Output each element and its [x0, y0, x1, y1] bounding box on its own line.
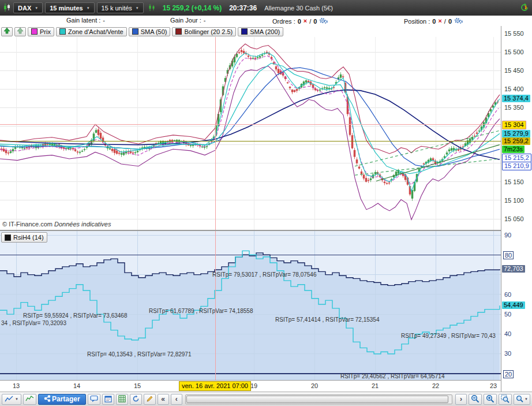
zoom-in-button[interactable]	[484, 394, 497, 405]
rsi-annotation: 34 , RSITpVar= 70,32093	[1, 320, 66, 326]
chevron-down-icon: ▼	[87, 6, 90, 10]
axis-tick: 50	[504, 311, 511, 318]
axis-tick: 15 050	[504, 215, 524, 222]
legend-item-0[interactable]: Prix	[28, 27, 54, 36]
horizontal-scrollbar[interactable]	[185, 394, 452, 404]
chat-icon	[90, 395, 98, 404]
zoom-out-button[interactable]	[469, 394, 482, 405]
time-tick: 20	[311, 382, 318, 389]
gain-jour: Gain Jour : -	[170, 17, 205, 24]
legend-item-label: Zone d'Achat/Vente	[68, 28, 123, 35]
chat-button[interactable]	[88, 394, 100, 405]
arrow-up-button-2[interactable]	[14, 27, 26, 36]
watermark-note: Données indicatives	[54, 221, 111, 228]
timeframe-select[interactable]: 15 minutes ▼	[45, 2, 94, 13]
axis-tick: 20	[503, 370, 514, 378]
rsi-legend-chip[interactable]: RsiH4 (14)	[1, 232, 47, 243]
left-arrow-icon: ‹	[175, 396, 178, 403]
orders-settings-icon[interactable]	[319, 17, 328, 25]
time-axis[interactable]: 1314151920212223 ven. 16 avr. 2021 07:00	[0, 380, 501, 392]
mini-chart-icon	[148, 3, 155, 13]
rsi-indicator-panel: RsiH4 (14) RSITp= 79,53017 , RSITpVar= 7…	[0, 231, 501, 380]
scroll-start-button[interactable]: «	[158, 394, 169, 405]
legend-item-label: SMA (50)	[141, 28, 167, 35]
legend-item-4[interactable]: SMA (200)	[238, 27, 283, 36]
refresh-icon	[132, 395, 140, 404]
price-axis[interactable]: 15 55015 50015 45015 40015 35015 15015 1…	[501, 26, 532, 392]
sync-status-icon[interactable]	[520, 3, 529, 13]
rsi-annotation: RSITp= 49,27349 , RSITpVar= 70,43	[401, 333, 496, 339]
series-zone_slow	[0, 63, 500, 173]
scrollbar-thumb[interactable]	[186, 396, 448, 403]
axis-tick: 40	[504, 330, 511, 337]
draw-button[interactable]	[144, 394, 156, 405]
rsi-annotation: RSITp= 57,41414 , RSITpVar= 72,15354	[275, 316, 380, 323]
time-tick: 13	[13, 382, 20, 389]
cancel-orders-icon[interactable]: ×	[304, 18, 307, 24]
legend-item-3[interactable]: Bollinger (20 2.5)	[172, 27, 236, 36]
zoom-out-icon	[471, 394, 479, 404]
axis-tick: 15 350	[504, 104, 524, 111]
close-position-icon[interactable]: ×	[438, 18, 441, 24]
right-arrow-icon: ›	[460, 396, 462, 403]
arrow-up-button-1[interactable]	[1, 27, 13, 36]
axis-tick: 15 550	[504, 30, 524, 37]
axis-tick: 15 450	[504, 67, 524, 74]
units-select[interactable]: 15 k unités ▼	[97, 2, 144, 13]
time-tick: 15	[134, 382, 141, 389]
candlestick-chart-icon	[3, 3, 11, 13]
clock: 20:37:36	[229, 4, 257, 12]
legend-item-1[interactable]: Zone d'Achat/Vente	[56, 27, 127, 36]
scroll-right-button[interactable]: ›	[455, 394, 467, 405]
price-badge: 15 279,9	[502, 130, 530, 137]
share-button[interactable]: Partager	[38, 394, 86, 405]
symbol-select[interactable]: DAX ▼	[13, 2, 43, 13]
price-badge: 15 374,4	[502, 95, 530, 102]
orders-label: Ordres :	[272, 18, 295, 25]
instrument-name: Allemagne 30 Cash (5€)	[264, 5, 333, 12]
main-chart-svg[interactable]	[0, 37, 501, 230]
share-icon	[44, 395, 51, 404]
zoom-in-icon	[486, 394, 494, 404]
position-count-2: 0	[448, 18, 452, 25]
legend-swatch	[31, 28, 38, 35]
time-tick: 19	[250, 382, 257, 389]
legend-item-2[interactable]: SMA (50)	[129, 27, 171, 36]
axis-tick: 30	[504, 350, 511, 357]
rsi-chart-svg[interactable]	[0, 231, 501, 380]
axis-tick: 15 100	[504, 197, 524, 204]
scroll-left-button[interactable]: ‹	[171, 394, 182, 405]
magnifier-icon	[516, 395, 523, 404]
legend-swatch	[132, 28, 138, 35]
legend-swatch	[241, 28, 248, 35]
position-label: Position :	[404, 18, 430, 25]
timeframe-label: 15 minutes	[50, 5, 83, 12]
chart-legend-bar: PrixZone d'Achat/VenteSMA (50)Bollinger …	[0, 26, 501, 37]
zoom-selection-icon	[501, 394, 509, 404]
chart-style-button[interactable]: ▼	[2, 394, 21, 405]
arrow-up-icon	[17, 27, 24, 36]
chevron-down-icon: ▼	[35, 6, 38, 10]
price-badge: 15 210,9	[502, 162, 531, 170]
line-chart-icon	[5, 395, 14, 404]
orders-open-count: 0	[298, 18, 301, 25]
pencil-icon	[146, 395, 153, 404]
watermark: © IT-Finance.com Données indicatives	[2, 221, 111, 228]
chevron-down-icon: ▼	[15, 397, 18, 401]
price-badge: 7m23s	[502, 146, 524, 153]
axis-tick: 90	[504, 232, 511, 239]
pattern-button[interactable]	[23, 394, 36, 405]
time-tick: 14	[73, 382, 80, 389]
price-badge: 15 304	[502, 121, 526, 129]
time-tick: 22	[432, 382, 439, 389]
position-count: 0	[432, 18, 436, 25]
position-settings-icon[interactable]	[454, 17, 463, 25]
separator: /	[444, 18, 446, 25]
zoom-selection-button[interactable]	[499, 394, 512, 405]
share-label: Partager	[52, 395, 80, 403]
table-button[interactable]	[116, 394, 128, 405]
refresh-button[interactable]	[130, 394, 142, 405]
calendar-button[interactable]	[102, 394, 114, 405]
zoom-menu-button[interactable]: ▼	[514, 394, 530, 405]
crosshair-date-badge: ven. 16 avr. 2021 07:00	[179, 381, 251, 391]
